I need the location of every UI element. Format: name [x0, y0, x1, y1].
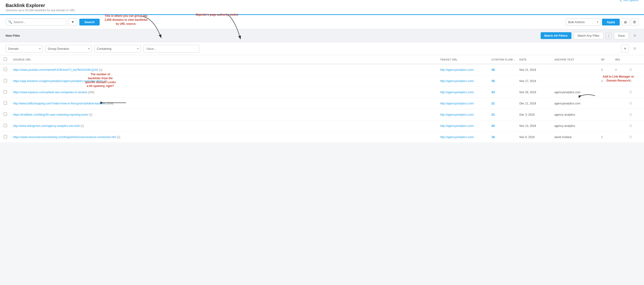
target-url-link-0[interactable]: http://agencyanalytics.com/ — [440, 68, 474, 72]
source-url-link-6[interactable]: https://www.neurosciencemarketing.com/bl… — [13, 135, 116, 139]
search-button[interactable]: Search — [79, 19, 100, 26]
source-url-link-3[interactable]: http://www.trafficshopping.com/?video=ho… — [13, 102, 106, 105]
target-url-link-1[interactable]: http://agencyanalytics.com/ — [440, 79, 474, 83]
date-cell-4: Dec 3, 2018 — [520, 113, 554, 116]
row-checkbox-cell-1 — [4, 79, 13, 83]
citation-flow-col-header[interactable]: Citation Flow ↓ — [492, 58, 520, 61]
source-url-col-header[interactable]: Source URL — [13, 58, 440, 61]
target-url-link-2[interactable]: http://agencyanalytics.com/ — [440, 91, 474, 94]
source-count-6: [1] — [117, 135, 120, 139]
bulk-actions-select[interactable]: Bulk Actions — [566, 19, 600, 26]
anchor-text-cell-5: agency analytics — [554, 124, 601, 128]
row-checkbox-5[interactable] — [4, 124, 7, 127]
img-col-header[interactable]: IMG — [615, 58, 629, 61]
filter-icon-button[interactable]: ▼ — [68, 18, 77, 26]
citation-flow-cell-5: 20 — [492, 124, 520, 128]
table-row: http://www.wrkngmom.com/agency-analytics… — [0, 120, 644, 132]
source-url-link-5[interactable]: http://www.wrkngmom.com/agency-analytics… — [13, 124, 80, 128]
filter-value-input[interactable] — [143, 45, 199, 53]
row-checkbox-0[interactable] — [4, 68, 7, 71]
source-url-link-0[interactable]: https://www.youtube.com/channel/UCBUmaV7… — [13, 68, 98, 72]
anchor-text-cell-2: agencyanalytics.com — [554, 91, 601, 94]
date-col-header[interactable]: Date — [520, 58, 554, 61]
gear-cell-0: ⚙ — [629, 68, 638, 72]
row-checkbox-3[interactable] — [4, 101, 7, 105]
row-checkbox-4[interactable] — [4, 113, 7, 116]
containing-filter-select[interactable]: Containing — [94, 45, 141, 53]
anchor-text-cell-4: agency analytics — [554, 113, 601, 116]
app-title: Backlink Explorer — [6, 3, 45, 8]
add-filter-button[interactable]: + — [621, 45, 629, 53]
apply-button[interactable]: Apply — [602, 19, 620, 26]
grid-icon-button[interactable]: ⊞ — [631, 18, 638, 26]
date-cell-6: Nov 9, 2018 — [520, 135, 554, 139]
target-url-cell-2: http://agencyanalytics.com/ — [440, 90, 492, 94]
monitor-icon-button[interactable]: 🖥 — [621, 19, 629, 26]
source-count-3: [638] — [107, 102, 114, 105]
source-url-link-1[interactable]: https://app.livestorm.co/agencyanalytics… — [13, 79, 103, 83]
gear-button-5[interactable]: ⚙ — [629, 124, 632, 128]
gear-button-2[interactable]: ⚙ — [629, 90, 632, 94]
gear-button-0[interactable]: ⚙ — [629, 68, 632, 72]
source-url-cell-4: https://kraftblick.com/blog/30-saas-mark… — [13, 113, 440, 116]
row-checkbox-6[interactable] — [4, 135, 7, 138]
date-cell-5: Nov 13, 2018 — [520, 124, 554, 128]
source-url-cell-0: https://www.youtube.com/channel/UCBUmaV7… — [13, 68, 440, 72]
tool-options-link[interactable]: 🔧 Tool Options — [618, 0, 638, 2]
target-url-col-header[interactable]: Target URL — [440, 58, 492, 61]
target-url-cell-4: http://agencyanalytics.com/ — [440, 113, 492, 116]
gear-button-3[interactable]: ⚙ — [629, 101, 632, 106]
filter-divider-button[interactable]: | — [606, 32, 612, 39]
row-checkbox-cell-2 — [4, 90, 13, 94]
search-input[interactable] — [14, 20, 60, 24]
remove-filter-button[interactable]: ✕ — [631, 45, 638, 52]
wrench-icon: 🔧 — [618, 0, 622, 2]
source-url-link-4[interactable]: https://kraftblick.com/blog/30-saas-mark… — [13, 113, 88, 116]
table-row: http://www.trafficshopping.com/?video=ho… — [0, 98, 644, 109]
table-row: https://www.topseos.com/ua/best-seo-comp… — [0, 87, 644, 98]
source-url-cell-2: https://www.topseos.com/ua/best-seo-comp… — [13, 90, 440, 94]
target-url-link-6[interactable]: http://agencyanalytics.com/ — [440, 135, 474, 139]
source-count-4: [1] — [89, 113, 92, 116]
gear-cell-5: ⚙ — [629, 124, 638, 128]
save-filter-button[interactable]: Save — [614, 32, 629, 39]
filter-bar-label: New Filter — [6, 34, 20, 37]
gear-button-6[interactable]: ⚙ — [629, 135, 632, 139]
row-checkbox-cell-5 — [4, 124, 13, 128]
target-url-link-5[interactable]: http://agencyanalytics.com/ — [440, 124, 474, 128]
target-url-cell-1: http://agencyanalytics.com/ — [440, 79, 492, 83]
gear-button-4[interactable]: ⚙ — [629, 112, 632, 117]
table-row: https://www.neurosciencemarketing.com/bl… — [0, 132, 644, 143]
domain-filter-select[interactable]: Domain — [6, 45, 43, 53]
select-all-checkbox[interactable] — [4, 58, 7, 61]
citation-flow-cell-1: 35 — [492, 79, 520, 83]
close-filter-button[interactable]: ✕ — [631, 32, 638, 39]
row-checkbox-cell-4 — [4, 113, 13, 117]
nf-cell-1: X — [601, 79, 615, 83]
anchor-text-cell-6: david mullane — [554, 135, 601, 139]
gear-cell-4: ⚙ — [629, 112, 638, 117]
target-url-link-3[interactable]: http://agencyanalytics.com/ — [440, 102, 474, 105]
row-checkbox-cell-0 — [4, 68, 13, 72]
group-domains-filter-select[interactable]: Group Domains — [45, 45, 92, 53]
source-count-5: [1] — [81, 124, 84, 128]
source-url-link-2[interactable]: https://www.topseos.com/ua/best-seo-comp… — [13, 91, 87, 94]
row-checkbox-1[interactable] — [4, 79, 7, 82]
source-url-cell-3: http://www.trafficshopping.com/?video=ho… — [13, 102, 440, 105]
anchor-text-col-header[interactable]: Anchor Text — [554, 58, 601, 61]
search-wrap: 🔍 — [6, 19, 66, 26]
gear-button-1[interactable]: ⚙ — [629, 79, 632, 83]
match-any-filter-button[interactable]: Match Any Filter — [574, 32, 604, 39]
nf-col-header[interactable]: NF — [601, 58, 615, 61]
table-row: https://app.livestorm.co/agencyanalytics… — [0, 76, 644, 87]
row-checkbox-2[interactable] — [4, 90, 7, 93]
citation-flow-cell-2: 33 — [492, 90, 520, 94]
source-count-2: [308] — [88, 91, 94, 94]
gear-cell-3: ⚙ — [629, 101, 638, 106]
nf-cell-6: X — [601, 135, 615, 139]
row-checkbox-cell-3 — [4, 101, 13, 105]
date-cell-3: Dec 11, 2018 — [520, 102, 554, 105]
target-url-link-4[interactable]: http://agencyanalytics.com/ — [440, 113, 474, 116]
match-all-filters-button[interactable]: Match All Filters — [541, 32, 572, 39]
nf-cell-0: X — [601, 68, 615, 72]
